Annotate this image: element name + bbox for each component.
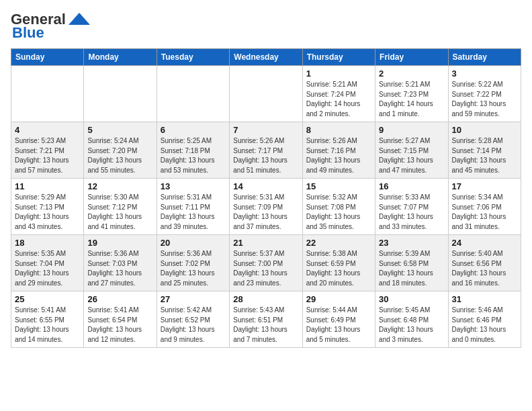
calendar-week-3: 18Sunrise: 5:35 AM Sunset: 7:04 PM Dayli… bbox=[11, 235, 521, 291]
calendar-cell: 18Sunrise: 5:35 AM Sunset: 7:04 PM Dayli… bbox=[11, 235, 84, 291]
logo-icon bbox=[67, 11, 91, 28]
day-detail: Sunrise: 5:42 AM Sunset: 6:52 PM Dayligh… bbox=[161, 306, 226, 345]
calendar-cell: 6Sunrise: 5:25 AM Sunset: 7:18 PM Daylig… bbox=[157, 122, 229, 179]
logo-text-blue: Blue bbox=[12, 24, 44, 42]
day-number: 15 bbox=[306, 181, 371, 191]
day-number: 31 bbox=[452, 294, 517, 304]
day-detail: Sunrise: 5:36 AM Sunset: 7:03 PM Dayligh… bbox=[87, 249, 152, 288]
day-detail: Sunrise: 5:38 AM Sunset: 6:59 PM Dayligh… bbox=[306, 249, 371, 288]
day-number: 17 bbox=[452, 181, 517, 191]
day-detail: Sunrise: 5:41 AM Sunset: 6:55 PM Dayligh… bbox=[15, 306, 80, 345]
day-number: 6 bbox=[161, 125, 226, 135]
calendar-cell: 31Sunrise: 5:46 AM Sunset: 6:46 PM Dayli… bbox=[448, 291, 521, 348]
calendar-cell: 12Sunrise: 5:30 AM Sunset: 7:12 PM Dayli… bbox=[84, 179, 157, 235]
calendar-header-row: SundayMondayTuesdayWednesdayThursdayFrid… bbox=[11, 49, 521, 66]
calendar-cell: 25Sunrise: 5:41 AM Sunset: 6:55 PM Dayli… bbox=[11, 291, 84, 348]
day-detail: Sunrise: 5:35 AM Sunset: 7:04 PM Dayligh… bbox=[15, 249, 80, 288]
calendar-cell bbox=[157, 66, 229, 122]
day-number: 12 bbox=[87, 181, 152, 191]
calendar-cell bbox=[84, 66, 157, 122]
header-saturday: Saturday bbox=[448, 49, 521, 66]
calendar-cell: 14Sunrise: 5:31 AM Sunset: 7:09 PM Dayli… bbox=[230, 179, 302, 235]
day-number: 10 bbox=[452, 125, 517, 135]
calendar-cell: 20Sunrise: 5:36 AM Sunset: 7:02 PM Dayli… bbox=[157, 235, 229, 291]
calendar-cell: 2Sunrise: 5:21 AM Sunset: 7:23 PM Daylig… bbox=[375, 66, 448, 122]
day-detail: Sunrise: 5:33 AM Sunset: 7:07 PM Dayligh… bbox=[379, 193, 444, 232]
day-detail: Sunrise: 5:29 AM Sunset: 7:13 PM Dayligh… bbox=[15, 193, 80, 232]
calendar-week-1: 4Sunrise: 5:23 AM Sunset: 7:21 PM Daylig… bbox=[11, 122, 521, 179]
calendar-week-4: 25Sunrise: 5:41 AM Sunset: 6:55 PM Dayli… bbox=[11, 291, 521, 348]
day-detail: Sunrise: 5:36 AM Sunset: 7:02 PM Dayligh… bbox=[161, 249, 226, 288]
day-detail: Sunrise: 5:22 AM Sunset: 7:22 PM Dayligh… bbox=[452, 80, 517, 119]
day-detail: Sunrise: 5:40 AM Sunset: 6:56 PM Dayligh… bbox=[452, 249, 517, 288]
calendar-cell bbox=[230, 66, 302, 122]
calendar-cell: 11Sunrise: 5:29 AM Sunset: 7:13 PM Dayli… bbox=[11, 179, 84, 235]
calendar-cell: 24Sunrise: 5:40 AM Sunset: 6:56 PM Dayli… bbox=[448, 235, 521, 291]
day-detail: Sunrise: 5:44 AM Sunset: 6:49 PM Dayligh… bbox=[306, 306, 371, 345]
calendar-cell: 9Sunrise: 5:27 AM Sunset: 7:15 PM Daylig… bbox=[375, 122, 448, 179]
calendar-cell: 21Sunrise: 5:37 AM Sunset: 7:00 PM Dayli… bbox=[230, 235, 302, 291]
header-monday: Monday bbox=[84, 49, 157, 66]
calendar-cell: 26Sunrise: 5:41 AM Sunset: 6:54 PM Dayli… bbox=[84, 291, 157, 348]
calendar-week-0: 1Sunrise: 5:21 AM Sunset: 7:24 PM Daylig… bbox=[11, 66, 521, 122]
calendar-cell: 29Sunrise: 5:44 AM Sunset: 6:49 PM Dayli… bbox=[302, 291, 375, 348]
day-detail: Sunrise: 5:31 AM Sunset: 7:11 PM Dayligh… bbox=[161, 193, 226, 232]
day-detail: Sunrise: 5:31 AM Sunset: 7:09 PM Dayligh… bbox=[233, 193, 298, 232]
day-number: 2 bbox=[379, 68, 444, 79]
day-detail: Sunrise: 5:28 AM Sunset: 7:14 PM Dayligh… bbox=[452, 136, 517, 175]
day-number: 27 bbox=[161, 294, 226, 304]
day-detail: Sunrise: 5:26 AM Sunset: 7:16 PM Dayligh… bbox=[306, 136, 371, 175]
day-detail: Sunrise: 5:27 AM Sunset: 7:15 PM Dayligh… bbox=[379, 136, 444, 175]
day-number: 8 bbox=[306, 125, 371, 135]
calendar-cell: 13Sunrise: 5:31 AM Sunset: 7:11 PM Dayli… bbox=[157, 179, 229, 235]
day-detail: Sunrise: 5:21 AM Sunset: 7:23 PM Dayligh… bbox=[379, 80, 444, 119]
header-thursday: Thursday bbox=[302, 49, 375, 66]
calendar-cell: 17Sunrise: 5:34 AM Sunset: 7:06 PM Dayli… bbox=[448, 179, 521, 235]
day-detail: Sunrise: 5:26 AM Sunset: 7:17 PM Dayligh… bbox=[233, 136, 298, 175]
header-sunday: Sunday bbox=[11, 49, 84, 66]
day-number: 29 bbox=[306, 294, 371, 304]
day-number: 4 bbox=[15, 125, 80, 135]
calendar-table: SundayMondayTuesdayWednesdayThursdayFrid… bbox=[11, 48, 521, 348]
day-detail: Sunrise: 5:21 AM Sunset: 7:24 PM Dayligh… bbox=[306, 80, 371, 119]
day-number: 7 bbox=[233, 125, 298, 135]
calendar-cell: 28Sunrise: 5:43 AM Sunset: 6:51 PM Dayli… bbox=[230, 291, 302, 348]
day-number: 28 bbox=[233, 294, 298, 304]
day-detail: Sunrise: 5:46 AM Sunset: 6:46 PM Dayligh… bbox=[452, 306, 517, 345]
calendar-cell: 27Sunrise: 5:42 AM Sunset: 6:52 PM Dayli… bbox=[157, 291, 229, 348]
header-wednesday: Wednesday bbox=[230, 49, 302, 66]
day-number: 16 bbox=[379, 181, 444, 191]
day-number: 14 bbox=[233, 181, 298, 191]
calendar-cell: 30Sunrise: 5:45 AM Sunset: 6:48 PM Dayli… bbox=[375, 291, 448, 348]
calendar-cell: 3Sunrise: 5:22 AM Sunset: 7:22 PM Daylig… bbox=[448, 66, 521, 122]
day-detail: Sunrise: 5:37 AM Sunset: 7:00 PM Dayligh… bbox=[233, 249, 298, 288]
calendar-cell: 22Sunrise: 5:38 AM Sunset: 6:59 PM Dayli… bbox=[302, 235, 375, 291]
day-number: 23 bbox=[379, 238, 444, 248]
day-detail: Sunrise: 5:34 AM Sunset: 7:06 PM Dayligh… bbox=[452, 193, 517, 232]
calendar-cell bbox=[11, 66, 84, 122]
day-detail: Sunrise: 5:43 AM Sunset: 6:51 PM Dayligh… bbox=[233, 306, 298, 345]
calendar-cell: 7Sunrise: 5:26 AM Sunset: 7:17 PM Daylig… bbox=[230, 122, 302, 179]
day-number: 22 bbox=[306, 238, 371, 248]
day-number: 13 bbox=[161, 181, 226, 191]
header-tuesday: Tuesday bbox=[157, 49, 229, 66]
day-number: 25 bbox=[15, 294, 80, 304]
calendar-cell: 1Sunrise: 5:21 AM Sunset: 7:24 PM Daylig… bbox=[302, 66, 375, 122]
header-friday: Friday bbox=[375, 49, 448, 66]
calendar-cell: 5Sunrise: 5:24 AM Sunset: 7:20 PM Daylig… bbox=[84, 122, 157, 179]
calendar-cell: 23Sunrise: 5:39 AM Sunset: 6:58 PM Dayli… bbox=[375, 235, 448, 291]
day-number: 24 bbox=[452, 238, 517, 248]
day-number: 3 bbox=[452, 68, 517, 79]
logo: General Blue bbox=[11, 11, 91, 42]
day-number: 26 bbox=[87, 294, 152, 304]
day-detail: Sunrise: 5:23 AM Sunset: 7:21 PM Dayligh… bbox=[15, 136, 80, 175]
day-detail: Sunrise: 5:25 AM Sunset: 7:18 PM Dayligh… bbox=[161, 136, 226, 175]
day-number: 9 bbox=[379, 125, 444, 135]
calendar-cell: 10Sunrise: 5:28 AM Sunset: 7:14 PM Dayli… bbox=[448, 122, 521, 179]
day-detail: Sunrise: 5:30 AM Sunset: 7:12 PM Dayligh… bbox=[87, 193, 152, 232]
calendar-cell: 8Sunrise: 5:26 AM Sunset: 7:16 PM Daylig… bbox=[302, 122, 375, 179]
page-header: General Blue bbox=[11, 11, 521, 42]
day-detail: Sunrise: 5:24 AM Sunset: 7:20 PM Dayligh… bbox=[87, 136, 152, 175]
day-number: 5 bbox=[87, 125, 152, 135]
day-number: 19 bbox=[87, 238, 152, 248]
